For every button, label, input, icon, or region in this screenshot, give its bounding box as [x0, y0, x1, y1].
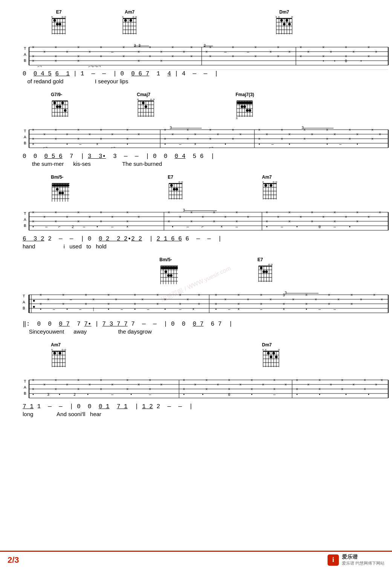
svg-text:×: ×: [32, 387, 34, 392]
svg-text:×: ×: [364, 378, 366, 383]
svg-text:×: ×: [89, 133, 91, 137]
svg-text:×: ×: [187, 298, 189, 302]
svg-text:—: —: [339, 142, 342, 147]
svg-text:×: ×: [251, 378, 253, 383]
svg-point-427: [33, 300, 35, 302]
svg-text:×: ×: [277, 55, 279, 59]
tab-staff-5: T A B × × × × × × × ×: [21, 374, 390, 403]
svg-point-272: [56, 188, 59, 191]
chord-label-am7: Am7: [122, 9, 138, 15]
svg-point-140: [54, 102, 56, 104]
svg-text:—: —: [280, 225, 283, 229]
svg-text:•: •: [164, 142, 166, 147]
chord-grid-g7: [51, 97, 69, 120]
svg-text:x: x: [122, 15, 124, 18]
svg-text:×: ×: [283, 308, 285, 312]
section-4: Bm/5-: [21, 257, 371, 335]
chord-diagram-row-3: Bm/5-: [21, 175, 371, 207]
svg-text:•: •: [126, 142, 129, 147]
svg-point-413: [263, 271, 265, 273]
svg-text:×: ×: [209, 137, 211, 141]
svg-text:×: ×: [352, 383, 355, 387]
svg-text:×: ×: [368, 55, 370, 59]
svg-point-29: [130, 19, 132, 22]
svg-point-158: [145, 106, 147, 108]
svg-text:•: •: [215, 308, 217, 312]
svg-text:×: ×: [156, 293, 159, 297]
svg-text:×: ×: [122, 55, 125, 59]
chord-am7-2: Am7 x: [262, 175, 278, 204]
svg-text:×: ×: [115, 298, 117, 302]
svg-text:×: ×: [288, 133, 291, 137]
svg-text:×: ×: [111, 133, 113, 137]
chord-dm7-2: Dm7: [262, 342, 280, 372]
svg-text:×: ×: [100, 128, 102, 132]
tab-staff-3: T A B × × × × × × × ×: [21, 207, 390, 235]
section-1: E7: [21, 9, 371, 84]
chord-grid-am7-3: x o o: [51, 348, 67, 370]
svg-text:×: ×: [217, 133, 219, 137]
svg-text:—: —: [147, 308, 150, 312]
svg-text:×: ×: [100, 46, 102, 50]
svg-text:—: —: [79, 308, 82, 312]
svg-text:—: —: [179, 308, 182, 312]
svg-text:×: ×: [134, 302, 136, 306]
svg-text:×: ×: [237, 308, 240, 312]
svg-text:×: ×: [266, 211, 268, 215]
svg-text:•: •: [58, 393, 61, 397]
svg-text:x: x: [276, 15, 277, 18]
svg-text:×: ×: [236, 220, 238, 224]
svg-text:—: —: [52, 308, 55, 312]
tab-staff-4: T A B × × × × × × ×: [21, 289, 390, 319]
svg-text:o: o: [278, 348, 280, 351]
svg-point-412: [260, 267, 263, 269]
chord-grid-am7-2: x o o: [262, 180, 278, 202]
svg-text:×: ×: [341, 387, 343, 392]
svg-text:•: •: [96, 225, 98, 229]
svg-text:×: ×: [55, 220, 57, 224]
svg-text:×: ×: [322, 55, 325, 59]
chord-grid-e7-2: o o: [168, 180, 184, 202]
svg-text:×: ×: [138, 133, 140, 137]
svg-text:×: ×: [228, 387, 230, 392]
svg-text:×: ×: [32, 55, 34, 59]
svg-text:×: ×: [328, 302, 330, 306]
svg-text:—: —: [45, 225, 48, 229]
svg-text:×: ×: [334, 211, 336, 215]
svg-text:×: ×: [330, 383, 332, 387]
svg-text:3: 3: [236, 116, 238, 120]
svg-text:—: —: [235, 225, 238, 229]
section-3: Bm/5-: [21, 175, 371, 250]
svg-point-46: [283, 23, 286, 26]
chord-grid-e7-3: o o: [257, 262, 273, 285]
svg-text:×: ×: [172, 55, 174, 59]
chord-grid-am7: x o o: [122, 15, 138, 37]
svg-text:×: ×: [32, 378, 34, 383]
svg-text:×: ×: [192, 308, 194, 312]
svg-text:×: ×: [77, 387, 80, 392]
svg-text:×: ×: [43, 50, 46, 54]
svg-text:×: ×: [77, 378, 80, 383]
svg-text:—: —: [247, 50, 250, 54]
svg-text:×: ×: [232, 55, 234, 59]
chord-e7: E7: [51, 9, 67, 39]
svg-point-528: [270, 356, 273, 358]
svg-text:×: ×: [55, 387, 57, 392]
svg-point-11: [54, 19, 56, 22]
lyrics-line-1: of redand gold I seeyour lips: [21, 78, 371, 84]
svg-text:×: ×: [288, 220, 291, 224]
svg-text:×: ×: [107, 302, 110, 306]
svg-text:×: ×: [138, 215, 140, 219]
svg-text:•: •: [288, 142, 291, 147]
svg-text:T: T: [24, 129, 26, 133]
svg-text:×: ×: [111, 215, 113, 219]
svg-point-143: [61, 102, 64, 104]
chord-label-g7: G7/9-: [51, 92, 69, 97]
svg-text:×: ×: [126, 220, 129, 224]
svg-text:×: ×: [307, 50, 309, 54]
svg-text:×: ×: [239, 133, 242, 137]
svg-text:—: —: [333, 225, 336, 229]
svg-text:×: ×: [356, 211, 358, 215]
svg-text:—: —: [111, 393, 114, 397]
section-2: G7/9-: [21, 92, 371, 167]
